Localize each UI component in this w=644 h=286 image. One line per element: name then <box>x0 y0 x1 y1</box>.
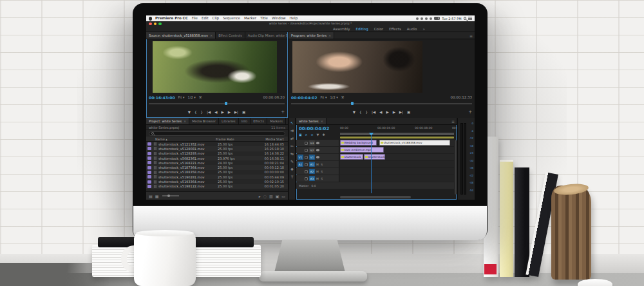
menu-window[interactable]: Window <box>272 15 286 21</box>
source-patch-v2[interactable] <box>298 148 303 153</box>
track-target-v3[interactable]: V3 <box>309 140 315 146</box>
track-header-a2[interactable]: A2M S <box>296 168 339 175</box>
type-tool[interactable]: T <box>291 175 294 179</box>
column-header-media-start[interactable]: Media Start <box>249 137 288 141</box>
work-area-bar[interactable] <box>340 137 454 138</box>
workspace-tab-effects[interactable]: Effects <box>389 26 401 32</box>
new-item-button[interactable]: ▣ <box>276 194 279 198</box>
program-timecode[interactable]: 00:00:04:02 <box>291 95 317 100</box>
program-scrubber[interactable] <box>291 102 472 105</box>
timeline-timecode[interactable]: 00:00:04:02 <box>299 126 329 131</box>
new-bin-button[interactable]: ▥ <box>269 194 273 198</box>
status-icon[interactable] <box>416 17 419 20</box>
snap-toggle[interactable]: ∩ <box>305 133 308 137</box>
zoom-window-button[interactable] <box>158 23 162 26</box>
add-marker-button[interactable]: ▼ <box>353 110 355 114</box>
delete-button[interactable]: ▭ <box>281 194 285 198</box>
selection-tool[interactable]: ↖ <box>290 120 294 125</box>
tab-info[interactable]: Info <box>239 118 251 124</box>
track-header-v2[interactable]: V2 <box>296 147 339 153</box>
project-media-row[interactable]: shutterstock_v5190281.mov25.00 fps00:05:… <box>146 175 288 179</box>
workspace-tab-editing[interactable]: Editing <box>356 26 368 32</box>
source-fit-dropdown[interactable]: Fit ▾ <box>178 95 185 99</box>
menu-help[interactable]: Help <box>290 15 298 21</box>
go-to-out-button[interactable]: ▶| <box>399 110 403 114</box>
toggle-track-output-icon[interactable] <box>316 142 319 144</box>
track-header-a3[interactable]: A3M S <box>296 175 339 182</box>
timeline-settings-button[interactable]: ✱ <box>322 133 325 137</box>
tab-markers[interactable]: Markers <box>267 118 286 124</box>
timeline-clip[interactable]: Dust Ambience.mp4 <box>340 147 384 153</box>
menu-clip[interactable]: Clip <box>213 15 219 21</box>
menu-file[interactable]: File <box>192 15 198 21</box>
project-media-row[interactable]: shutterstock_v5193364.mov25.00 fps00:02:… <box>146 179 288 184</box>
project-media-row[interactable]: shutterstock_v5168221.mov24.00 fps00:08:… <box>146 160 288 165</box>
razor-tool[interactable]: ✂ <box>290 144 294 148</box>
source-patch-v1[interactable]: V1 <box>298 155 303 160</box>
source-patch-a1[interactable]: A1 <box>298 162 303 167</box>
master-track-row[interactable]: Master0.0 <box>296 182 454 189</box>
project-media-row[interactable]: shutterstock_v5121352.mov25.00 fps16:18:… <box>146 142 288 146</box>
column-header-frame-rate[interactable]: Frame Rate <box>216 137 249 141</box>
icon-view-button[interactable]: ▦ <box>155 194 159 198</box>
mute-solo-buttons[interactable]: M S <box>316 177 323 180</box>
window-titlebar[interactable]: white Series – /Users/Editor/Projects/wh… <box>146 21 475 26</box>
go-to-out-button[interactable]: ▶| <box>234 110 238 114</box>
workspace-tab-audio[interactable]: Audio <box>407 26 417 32</box>
project-media-row[interactable]: shutterstock_v5082361.mov23.976 fps00:16… <box>146 156 288 160</box>
play-button[interactable]: ▶ <box>221 110 223 114</box>
source-patch-a3[interactable] <box>298 176 303 181</box>
track-lock-icon[interactable] <box>305 177 308 180</box>
project-media-row[interactable]: shutterstock_v5187364.mov25.00 fps00:03:… <box>146 165 288 169</box>
tab-project[interactable]: Project: white Series× <box>146 118 189 124</box>
track-clips-area-v2[interactable]: Dust Ambience.mp4 <box>340 147 451 153</box>
close-tab-icon[interactable]: × <box>321 119 323 123</box>
linked-selection-toggle[interactable]: ∞ <box>310 133 313 137</box>
source-patch-a2[interactable] <box>298 169 303 174</box>
track-header-v1[interactable]: V1V1 <box>296 154 339 160</box>
timeline-vertical-scrollbar[interactable] <box>455 140 457 195</box>
track-clips-area-v1[interactable]: shutterstock_01.movshutterstock <box>340 154 451 160</box>
timeline-horizontal-scrollbar[interactable] <box>340 196 411 198</box>
track-lock-icon[interactable] <box>305 149 308 152</box>
menubar-clock[interactable]: Tue 2:57 PM <box>442 17 461 21</box>
timeline-clip[interactable]: shutterstock <box>364 154 385 160</box>
mark-in-button[interactable]: { <box>359 110 362 114</box>
track-clips-area-a3[interactable] <box>340 175 451 182</box>
menu-marker[interactable]: Marker <box>244 15 256 21</box>
track-target-v1[interactable]: V1 <box>309 155 315 160</box>
add-marker-button[interactable]: ▼ <box>188 110 191 114</box>
source-resolution-dropdown[interactable]: 1/2 ▾ <box>188 95 196 99</box>
tab-source[interactable]: Source: shutterstock_v5188358.mov× <box>146 32 216 39</box>
program-settings-icon[interactable]: ⚒ <box>341 95 344 99</box>
timeline-clip[interactable]: shutterstock_01.mov <box>340 154 363 160</box>
notification-center-icon[interactable] <box>468 17 472 20</box>
add-button-editor-icon[interactable]: + <box>468 110 472 115</box>
spotlight-search-icon[interactable] <box>464 17 467 20</box>
pen-tool[interactable]: ✎ <box>290 159 294 164</box>
tab-media-browser[interactable]: Media Browser <box>189 118 219 124</box>
project-search-input[interactable] <box>149 131 285 136</box>
tab-program-monitor[interactable]: Program: white Series × <box>289 32 334 39</box>
mark-out-button[interactable]: } <box>201 110 204 114</box>
workspace-tab-color[interactable]: Color <box>374 26 383 32</box>
program-resolution-dropdown[interactable]: 1/2 ▾ <box>330 95 338 99</box>
slip-tool[interactable]: ⇆ <box>290 151 294 156</box>
add-marker-button[interactable]: ▼ <box>317 133 319 137</box>
menu-title[interactable]: Title <box>260 15 268 21</box>
find-button[interactable]: ◌ <box>263 194 267 198</box>
project-media-row[interactable]: shutterstock_v5188358.mov25.00 fps00:00:… <box>146 170 288 175</box>
timeline-ruler[interactable]: 00:0000:00:04:0000:00:08:0000:00:12:00 <box>340 126 454 136</box>
close-window-button[interactable] <box>149 23 152 26</box>
export-frame-button[interactable]: ▣ <box>407 110 410 114</box>
mark-out-button[interactable]: } <box>366 110 368 114</box>
source-video-preview[interactable] <box>153 41 277 93</box>
play-button[interactable]: ▶ <box>386 110 388 114</box>
close-tab-icon[interactable]: × <box>184 119 186 123</box>
source-patch-v3[interactable] <box>298 140 303 146</box>
export-frame-button[interactable]: ▣ <box>242 110 245 114</box>
minimize-window-button[interactable] <box>154 23 157 26</box>
track-target-a3[interactable]: A3 <box>309 176 315 181</box>
toggle-track-output-icon[interactable] <box>316 156 319 158</box>
status-icon[interactable] <box>421 17 423 20</box>
